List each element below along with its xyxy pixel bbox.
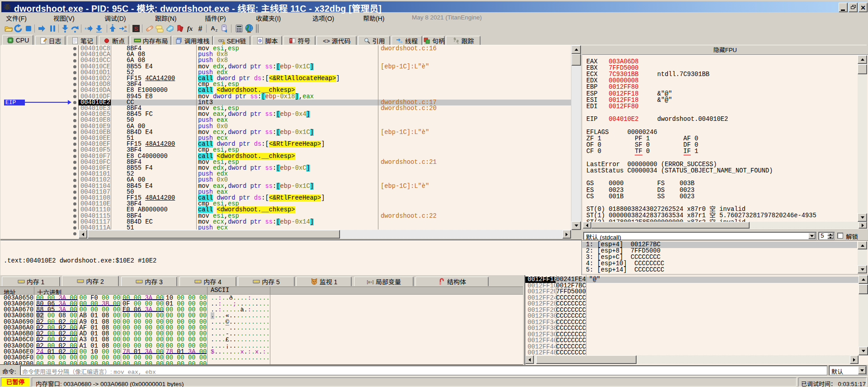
svg-text:s: s — [259, 39, 260, 43]
svg-text:fx: fx — [187, 25, 193, 32]
svg-text:A: A — [211, 25, 215, 32]
svg-text:S: S — [134, 25, 138, 32]
svg-text:#: # — [198, 25, 203, 33]
svg-text:[x=]: [x=] — [367, 280, 374, 284]
svg-text:z: z — [216, 28, 218, 33]
svg-text:<>: <> — [323, 38, 330, 44]
